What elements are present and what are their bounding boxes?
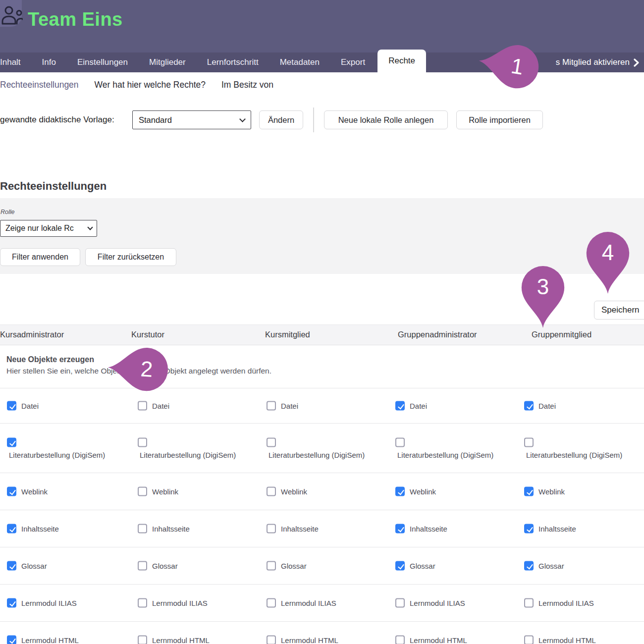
checkbox-lernmodul-html-kursadministrator[interactable] xyxy=(7,636,16,644)
checkbox-label: Literaturbestellung (DigiSem) xyxy=(9,450,105,459)
tab-einstellungen[interactable]: Einstellungen xyxy=(77,57,128,67)
checkbox-label: Lernmodul HTML xyxy=(538,636,596,644)
checkbox-inhaltsseite-kursadministrator[interactable] xyxy=(7,524,16,534)
tab-lernfortschritt[interactable]: Lernfortschritt xyxy=(207,57,259,67)
column-kurstutor: Kurstutor xyxy=(131,330,164,339)
create-objects-description: Hier stellen Sie ein, welche Objekte in … xyxy=(6,367,644,376)
checkbox-literaturbestellung-kursmitglied[interactable] xyxy=(267,437,276,447)
section-title: Rechteeinstellungen xyxy=(0,180,107,193)
checkbox-label: Inhaltsseite xyxy=(281,525,319,533)
annotation-pin-1: 1 xyxy=(475,37,544,95)
checkbox-weblink-gruppenadministrator[interactable] xyxy=(395,487,405,496)
checkbox-label: Inhaltsseite xyxy=(410,525,447,533)
checkbox-inhaltsseite-kursmitglied[interactable] xyxy=(267,524,276,534)
checkbox-glossar-kursmitglied[interactable] xyxy=(267,561,276,571)
checkbox-weblink-gruppenmitglied[interactable] xyxy=(524,487,534,496)
checkbox-lernmodul-ilias-kursmitglied[interactable] xyxy=(267,598,276,608)
checkbox-label: Datei xyxy=(152,402,169,410)
tab-mitglieder[interactable]: Mitglieder xyxy=(149,57,186,67)
subtab-rechteeinstellungen[interactable]: Rechteeinstellungen xyxy=(0,80,79,90)
table-row-inhaltsseite: Inhaltsseite Inhaltsseite Inhaltsseite I… xyxy=(0,510,644,547)
import-role-button[interactable]: Rolle importieren xyxy=(456,110,543,129)
checkbox-literaturbestellung-kurstutor[interactable] xyxy=(138,437,147,447)
group-icon[interactable] xyxy=(0,0,22,27)
checkbox-weblink-kursmitglied[interactable] xyxy=(267,487,276,496)
checkbox-literaturbestellung-gruppenadministrator[interactable] xyxy=(395,437,405,447)
tab-metadaten[interactable]: Metadaten xyxy=(280,57,320,67)
checkbox-label: Glossar xyxy=(281,562,307,570)
checkbox-literaturbestellung-kursadministrator[interactable] xyxy=(7,437,16,447)
chevron-down-icon xyxy=(87,224,93,230)
chevron-right-icon xyxy=(634,58,639,67)
annotation-number: 1 xyxy=(505,54,530,79)
checkbox-glossar-kursadministrator[interactable] xyxy=(7,561,16,571)
table-row-weblink: Weblink Weblink Weblink Weblink Weblink xyxy=(0,473,644,510)
checkbox-literaturbestellung-gruppenmitglied[interactable] xyxy=(524,437,534,447)
checkbox-lernmodul-ilias-kurstutor[interactable] xyxy=(138,598,147,608)
checkbox-inhaltsseite-gruppenmitglied[interactable] xyxy=(524,524,534,534)
checkbox-datei-kurstutor[interactable] xyxy=(138,401,147,411)
checkbox-lernmodul-ilias-gruppenadministrator[interactable] xyxy=(395,598,405,608)
checkbox-label: Inhaltsseite xyxy=(152,525,190,533)
checkbox-lernmodul-html-kursmitglied[interactable] xyxy=(267,636,276,644)
tab-rechte[interactable]: Rechte xyxy=(377,50,426,72)
checkbox-datei-kursadministrator[interactable] xyxy=(7,401,16,411)
nav-overflow-item[interactable]: s Mitglied aktivieren xyxy=(556,57,644,67)
checkbox-weblink-kurstutor[interactable] xyxy=(138,487,147,496)
checkbox-datei-gruppenmitglied[interactable] xyxy=(524,401,534,411)
page: Team Eins Inhalt Info Einstellungen Mitg… xyxy=(0,0,644,644)
tab-export[interactable]: Export xyxy=(341,57,365,67)
filter-apply-button[interactable]: Filter anwenden xyxy=(0,248,80,266)
checkbox-datei-kursmitglied[interactable] xyxy=(267,401,276,411)
checkbox-lernmodul-html-kurstutor[interactable] xyxy=(138,636,147,644)
annotation-pin-2: 2 xyxy=(107,343,171,394)
role-filter-select[interactable]: Zeige nur lokale Rc xyxy=(0,220,97,237)
checkbox-label: Literaturbestellung (DigiSem) xyxy=(397,450,493,459)
checkbox-label: Weblink xyxy=(152,487,178,496)
checkbox-glossar-gruppenadministrator[interactable] xyxy=(395,561,405,571)
table-row-lernmodul-html: Lernmodul HTML Lernmodul HTML Lernmodul … xyxy=(0,622,644,644)
checkbox-label: Datei xyxy=(538,402,556,410)
chevron-down-icon xyxy=(239,116,246,122)
checkbox-label: Lernmodul HTML xyxy=(410,636,467,644)
checkbox-label: Lernmodul ILIAS xyxy=(410,599,465,607)
checkbox-label: Lernmodul ILIAS xyxy=(281,599,336,607)
people-icon xyxy=(1,6,23,26)
checkbox-inhaltsseite-gruppenadministrator[interactable] xyxy=(395,524,405,534)
new-local-role-button[interactable]: Neue lokale Rolle anlegen xyxy=(324,110,448,129)
checkbox-label: Literaturbestellung (DigiSem) xyxy=(140,450,236,459)
table-row-glossar: Glossar Glossar Glossar Glossar Glossar xyxy=(0,547,644,585)
checkbox-label: Glossar xyxy=(410,562,435,570)
checkbox-label: Glossar xyxy=(152,562,178,570)
checkbox-lernmodul-html-gruppenadministrator[interactable] xyxy=(395,636,405,644)
checkbox-weblink-kursadministrator[interactable] xyxy=(7,487,16,496)
subtab-im-besitz-von[interactable]: Im Besitz von xyxy=(221,80,273,90)
save-button[interactable]: Speichern xyxy=(594,301,644,320)
permissions-table: Kursadministrator Kurstutor Kursmitglied… xyxy=(0,324,644,644)
checkbox-label: Glossar xyxy=(538,562,564,570)
checkbox-label: Datei xyxy=(21,402,39,410)
column-kursmitglied: Kursmitglied xyxy=(265,330,310,339)
filter-reset-button[interactable]: Filter zurücksetzen xyxy=(85,248,176,266)
create-objects-title: Neue Objekte erzeugen xyxy=(6,355,644,364)
checkbox-inhaltsseite-kurstutor[interactable] xyxy=(138,524,147,534)
checkbox-label: Literaturbestellung (DigiSem) xyxy=(526,450,622,459)
checkbox-datei-gruppenadministrator[interactable] xyxy=(395,401,405,411)
column-kursadministrator: Kursadministrator xyxy=(0,330,64,339)
change-button[interactable]: Ändern xyxy=(259,110,303,129)
didactic-template-bar: gewandte didaktische Vorlage: Standard Ä… xyxy=(0,110,644,130)
checkbox-glossar-kurstutor[interactable] xyxy=(138,561,147,571)
subtab-wer-hat-rechte[interactable]: Wer hat hier welche Rechte? xyxy=(95,80,206,90)
checkbox-label: Datei xyxy=(281,402,298,410)
tab-inhalt[interactable]: Inhalt xyxy=(0,57,21,67)
checkbox-lernmodul-ilias-gruppenmitglied[interactable] xyxy=(524,598,534,608)
checkbox-glossar-gruppenmitglied[interactable] xyxy=(524,561,534,571)
table-row-literaturbestellung: Literaturbestellung (DigiSem) Literaturb… xyxy=(0,424,644,473)
checkbox-label: Glossar xyxy=(21,562,47,570)
checkbox-label: Inhaltsseite xyxy=(21,525,59,533)
checkbox-lernmodul-ilias-kursadministrator[interactable] xyxy=(7,598,16,608)
checkbox-lernmodul-html-gruppenmitglied[interactable] xyxy=(524,636,534,644)
nav-overflow-label: s Mitglied aktivieren xyxy=(556,57,630,67)
tab-info[interactable]: Info xyxy=(42,57,56,67)
didactic-template-select[interactable]: Standard xyxy=(132,110,251,129)
